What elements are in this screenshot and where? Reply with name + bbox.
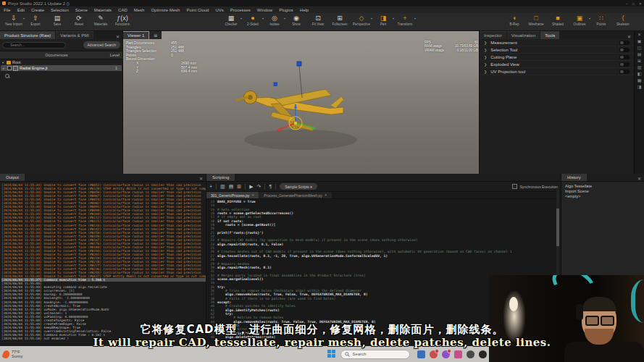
menu-item[interactable]: Window — [257, 8, 272, 12]
tree-row-root[interactable]: ▾ Root — [0, 59, 122, 65]
tool-row[interactable]: ❯ Measurement — [480, 39, 634, 46]
script-file-tab[interactable]: 301_GenericProcess.py ✕ — [206, 192, 259, 198]
tree-row-model[interactable]: ▸ Radial Engine.jt 1 — [1, 65, 122, 71]
close-icon[interactable]: ✕ — [624, 34, 634, 39]
minimize-button[interactable]: – — [626, 1, 628, 6]
menu-item[interactable]: Optimize Mesh — [151, 8, 180, 12]
toolbar-button[interactable]: ⇩ ▾ New Import — [3, 13, 25, 26]
toolbar-button[interactable]: ◇ ▾ Perspective — [351, 13, 372, 26]
menu-item[interactable]: Selection — [51, 8, 69, 12]
toolbar-button[interactable]: ◖ ▾ B-Rep — [503, 13, 525, 26]
toolbar-button[interactable]: ◨ ▾ Part — [372, 13, 394, 26]
close-tab-icon[interactable]: ✕ — [325, 193, 327, 197]
taskbar-app-icon[interactable] — [454, 350, 462, 358]
duplicate-script-button[interactable]: ⊞ — [237, 184, 241, 190]
menu-item[interactable]: Scene — [75, 8, 88, 12]
taskbar-app-icon[interactable] — [479, 350, 487, 358]
toolbar-button[interactable]: ▤ ▾ Save — [46, 13, 68, 26]
step-script-button[interactable]: ↷ — [257, 184, 262, 190]
output-tab[interactable]: Output — [0, 174, 25, 181]
history-item[interactable]: <empty> — [565, 194, 644, 199]
run-script-button[interactable]: ▶ — [249, 184, 253, 190]
toolbar-button[interactable]: ● ▾ 2-Sided — [242, 13, 264, 26]
tool-row[interactable]: ❯ UV Projection tool — [480, 68, 634, 75]
weather-widget[interactable]: 77°FSunny — [3, 350, 23, 358]
dock-panel-icon[interactable]: ◨ — [637, 85, 642, 89]
search-input[interactable] — [2, 42, 66, 49]
toolbar-button[interactable]: ⊞ ▾ Fullscreen — [329, 13, 351, 26]
output-log[interactable]: [2024/06/04 11:55:34]Unable to convert f… — [0, 182, 206, 344]
taskbar-app-icon[interactable] — [442, 350, 450, 358]
tools-tab[interactable]: Inspector — [480, 31, 506, 39]
tool-toggle[interactable] — [619, 62, 630, 67]
menu-item[interactable]: CAD — [118, 8, 127, 12]
expand-arrow-icon[interactable]: ▸ — [3, 67, 6, 70]
sample-scripts-dropdown[interactable]: Sample Scripts ▾ — [280, 183, 317, 190]
taskbar-app-icon[interactable] — [467, 350, 474, 358]
add-viewer-button[interactable]: ⊞ — [149, 31, 162, 39]
tool-toggle[interactable] — [619, 41, 630, 45]
chevron-down-icon[interactable]: ▾ — [414, 17, 416, 20]
maximize-button[interactable]: □ — [632, 1, 635, 6]
toolbar-button[interactable]: ⟨ ▾ Skeleton — [612, 13, 634, 26]
dock-panel-icon[interactable]: ▣ — [637, 39, 642, 43]
tool-toggle[interactable] — [619, 55, 630, 59]
menu-item[interactable]: Edit — [17, 8, 25, 12]
menu-item[interactable]: Create — [31, 8, 44, 12]
dock-panel-icon[interactable]: ▦ — [637, 78, 642, 83]
taskbar-app-icon[interactable] — [430, 350, 438, 358]
chevron-down-icon[interactable]: ▾ — [23, 17, 25, 20]
menu-item[interactable]: Materials — [94, 8, 112, 12]
toolbar-button[interactable]: + ▾ Transform — [394, 13, 416, 26]
advanced-search-button[interactable]: Advanced Search — [83, 41, 120, 49]
save-script-button[interactable]: ▤ — [229, 184, 234, 190]
toolbar-button[interactable]: ✎ ▾ Materials — [90, 13, 112, 26]
close-window-button[interactable]: ✕ — [639, 1, 642, 6]
start-button[interactable] — [327, 350, 336, 358]
expand-arrow-icon[interactable]: ▾ — [2, 61, 5, 64]
dock-panel-icon[interactable]: ⊞ — [637, 59, 641, 63]
node-checkbox[interactable] — [7, 66, 12, 70]
tool-toggle[interactable] — [619, 70, 630, 74]
occurrences-column-header[interactable]: Occurrences — [3, 53, 110, 57]
toolbar-button[interactable]: ∷ ▾ Points — [590, 13, 612, 26]
chevron-right-icon[interactable]: ❯ — [484, 55, 487, 59]
viewer-tab[interactable]: Viewer 1 — [123, 32, 149, 39]
dock-panel-icon[interactable]: ◧ — [637, 72, 642, 76]
tools-tab[interactable]: Visualization — [507, 31, 540, 39]
new-script-button[interactable]: + — [209, 184, 212, 189]
toolbar-button[interactable]: ◎ ▾ Isolate — [264, 13, 285, 26]
checkbox-icon[interactable] — [512, 184, 517, 189]
structure-tab[interactable]: Variants & PMI — [56, 31, 93, 39]
toolbar-button[interactable]: ◉ ▾ Show — [285, 13, 307, 26]
menu-item[interactable]: UVs — [215, 8, 223, 12]
chevron-down-icon[interactable]: ▾ — [284, 17, 285, 20]
script-file-tab[interactable]: Process_GeneratePhantomMesh.py ✕ — [259, 192, 331, 198]
chevron-right-icon[interactable]: ❯ — [484, 48, 487, 52]
menu-item[interactable]: Help — [300, 8, 309, 12]
tool-row[interactable]: ❯ Exploded View — [480, 61, 634, 68]
taskbar-search[interactable]: Search — [340, 350, 410, 359]
menu-item[interactable]: Mesh — [134, 8, 145, 12]
chevron-down-icon[interactable]: ▾ — [589, 17, 590, 20]
dock-panel-icon[interactable]: ✕ — [637, 33, 641, 37]
toolbar-button[interactable]: ƒ(x) ▾ Functions — [112, 13, 133, 26]
toolbar-button[interactable]: ▣ ▾ Outlines — [569, 13, 590, 26]
delete-script-button[interactable]: ▥ — [220, 184, 225, 190]
tool-row[interactable]: ❯ Cutting Plane — [480, 54, 634, 61]
history-tab[interactable]: History — [561, 174, 587, 181]
close-tab-icon[interactable]: ✕ — [251, 193, 254, 197]
tool-row[interactable]: ❯ Selection Tool — [480, 46, 634, 54]
chevron-right-icon[interactable]: ❯ — [484, 70, 487, 74]
close-icon[interactable]: ✕ — [113, 34, 122, 39]
chevron-right-icon[interactable]: ❯ — [484, 62, 487, 67]
close-icon[interactable]: ✕ — [635, 176, 644, 181]
chevron-right-icon[interactable]: ❯ — [484, 41, 487, 45]
toolbar-button[interactable]: ⇧ ▾ Export — [25, 13, 46, 26]
structure-tab[interactable]: Product Structure (Raw) — [0, 31, 55, 39]
dock-panel-icon[interactable]: ◫ — [637, 46, 642, 50]
toolbar-button[interactable]: ⊡ ▾ Fit View — [307, 13, 329, 26]
toolbar-button[interactable]: ■ ▾ Shaded — [547, 13, 569, 26]
menu-item[interactable]: Processes — [230, 8, 251, 12]
dock-panel-icon[interactable]: ▥ — [637, 65, 642, 70]
